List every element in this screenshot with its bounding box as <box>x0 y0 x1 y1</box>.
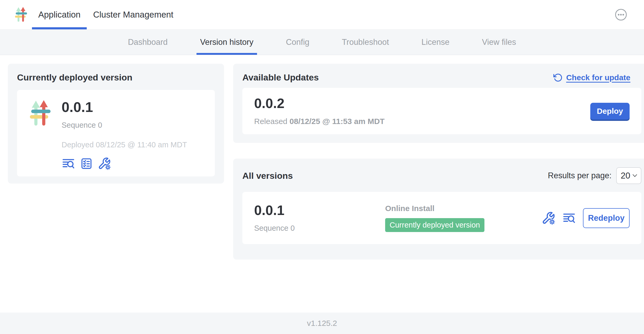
ellipsis-menu-button[interactable] <box>615 8 627 21</box>
available-updates-title: Available Updates <box>242 72 319 83</box>
currently-deployed-badge: Currently deployed version <box>385 218 484 232</box>
app-logo-large <box>28 100 54 127</box>
deployed-version-panel: 0.0.1 Sequence 0 Deployed 08/12/25 @ 11:… <box>17 90 215 176</box>
row-install-type: Online Install <box>385 204 542 213</box>
row-sequence: Sequence 0 <box>254 224 385 233</box>
currently-deployed-card: Currently deployed version 0.0.1 Sequenc… <box>8 64 224 184</box>
subnav-item-dashboard[interactable]: Dashboard <box>124 30 171 55</box>
version-row: 0.0.1 Sequence 0 Online Install Currentl… <box>242 192 641 244</box>
update-released-line: Released 08/12/25 @ 11:53 am MDT <box>254 117 385 126</box>
top-navbar: Application Cluster Management <box>0 0 644 30</box>
chevron-down-icon <box>632 174 637 177</box>
console-version: v1.125.2 <box>307 319 337 328</box>
deploy-logs-button[interactable] <box>62 158 75 170</box>
row-edit-config-button[interactable] <box>542 211 555 225</box>
edit-config-button[interactable] <box>98 157 111 170</box>
tab-application[interactable]: Application <box>32 0 87 29</box>
subnav-item-dashboard-label: Dashboard <box>128 37 168 47</box>
update-row: 0.0.2 Released 08/12/25 @ 11:53 am MDT D… <box>242 88 641 134</box>
results-per-page-label: Results per page: <box>548 171 612 180</box>
subnav-item-view-files-label: View files <box>482 37 516 47</box>
results-per-page: Results per page: 20 <box>548 167 641 184</box>
tab-application-label: Application <box>38 10 80 20</box>
results-per-page-select[interactable]: 20 <box>616 167 641 184</box>
deploy-button[interactable]: Deploy <box>590 103 630 120</box>
top-tabs: Application Cluster Management <box>32 0 180 29</box>
subnav-item-troubleshoot[interactable]: Troubleshoot <box>338 30 393 55</box>
subnav-item-license[interactable]: License <box>418 30 453 55</box>
app-subnav: Dashboard Version history Config Trouble… <box>0 30 644 55</box>
subnav-item-view-files[interactable]: View files <box>478 30 520 55</box>
tab-cluster-management[interactable]: Cluster Management <box>87 0 179 29</box>
preflight-checks-button[interactable] <box>80 158 92 170</box>
available-updates-card: Available Updates Check for update 0.0.2 <box>233 64 644 143</box>
all-versions-card: All versions Results per page: 20 0.0.1 … <box>233 159 644 260</box>
results-per-page-value: 20 <box>621 171 630 181</box>
ellipsis-icon <box>615 8 627 21</box>
subnav-item-version-history-label: Version history <box>200 37 253 47</box>
released-label: Released <box>254 117 287 126</box>
row-deploy-logs-button[interactable] <box>563 212 576 224</box>
row-actions: Redeploy <box>542 208 630 228</box>
redeploy-button[interactable]: Redeploy <box>583 208 630 228</box>
wrench-gear-icon <box>98 157 111 170</box>
deployed-version-number: 0.0.1 <box>62 100 187 114</box>
currently-deployed-title: Currently deployed version <box>17 72 215 83</box>
update-version-number: 0.0.2 <box>254 96 385 110</box>
history-refresh-icon <box>553 73 563 82</box>
subnav-item-version-history[interactable]: Version history <box>197 30 257 55</box>
row-version-number: 0.0.1 <box>254 203 385 217</box>
check-for-update-label: Check for update <box>566 73 630 82</box>
preflight-checklist-icon <box>80 158 92 170</box>
subnav-item-config[interactable]: Config <box>282 30 313 55</box>
subnav-item-config-label: Config <box>286 37 309 47</box>
tab-cluster-management-label: Cluster Management <box>93 10 173 20</box>
app-logo-icon <box>14 7 29 23</box>
released-timestamp: 08/12/25 @ 11:53 am MDT <box>290 117 385 126</box>
logs-icon <box>563 212 576 224</box>
main-content: Currently deployed version 0.0.1 Sequenc… <box>0 55 644 313</box>
all-versions-title: All versions <box>242 171 293 181</box>
deployed-sequence: Sequence 0 <box>62 121 187 130</box>
deployed-actions <box>62 157 187 170</box>
page-footer: v1.125.2 <box>0 313 644 334</box>
subnav-item-troubleshoot-label: Troubleshoot <box>342 37 389 47</box>
wrench-gear-icon <box>542 211 555 225</box>
logs-icon <box>62 158 75 170</box>
deployed-timestamp: Deployed 08/12/25 @ 11:40 am MDT <box>62 141 187 149</box>
check-for-update-link[interactable]: Check for update <box>553 73 630 82</box>
subnav-item-license-label: License <box>422 37 450 47</box>
